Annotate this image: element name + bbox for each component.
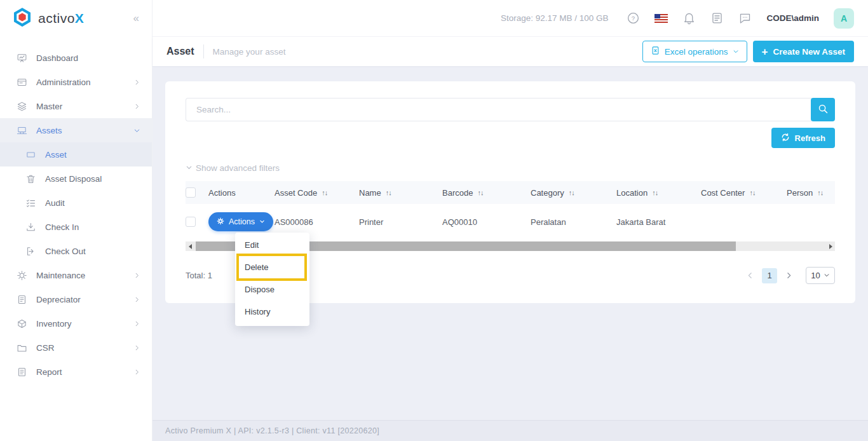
refresh-icon xyxy=(781,133,790,144)
sidebar-item-asset-disposal[interactable]: Asset Disposal xyxy=(0,166,152,191)
sidebar-item-assets[interactable]: Assets xyxy=(0,118,152,142)
chevron-right-icon xyxy=(133,103,140,110)
sidebar-item-label: Administration xyxy=(36,78,91,87)
advanced-filters-toggle[interactable]: Show advanced filters xyxy=(186,163,835,173)
sidebar-item-label: Asset Disposal xyxy=(45,174,102,184)
sidebar-item-master[interactable]: Master xyxy=(0,94,152,118)
excel-operations-button[interactable]: Excel operations xyxy=(642,41,747,62)
header-name[interactable]: Name↑↓ xyxy=(359,188,442,198)
total-count: Total: 1 xyxy=(186,271,212,280)
sidebar-item-inventory[interactable]: Inventory xyxy=(0,311,152,336)
avatar[interactable]: A xyxy=(834,8,854,29)
header-category[interactable]: Category↑↓ xyxy=(531,188,616,198)
sidebar-item-check-in[interactable]: Check In xyxy=(0,215,152,239)
next-page-icon[interactable] xyxy=(785,271,793,280)
search-button[interactable] xyxy=(811,98,835,121)
sidebar-item-csr[interactable]: CSR xyxy=(0,336,152,360)
sort-icon[interactable]: ↑↓ xyxy=(386,189,391,196)
user-name[interactable]: CODE\admin xyxy=(766,13,819,23)
cell-name: Printer xyxy=(359,217,442,227)
sidebar-collapse-icon[interactable]: « xyxy=(133,12,139,25)
menu-item-delete[interactable]: Delete xyxy=(235,256,309,278)
sidebar-item-maintenance[interactable]: Maintenance xyxy=(0,263,152,287)
administration-icon xyxy=(17,77,27,88)
refresh-row: Refresh xyxy=(186,128,835,148)
sort-icon[interactable]: ↑↓ xyxy=(652,189,658,196)
page-size-select[interactable]: 10 xyxy=(806,267,835,284)
chevron-right-icon xyxy=(133,344,140,351)
select-all-checkbox[interactable] xyxy=(186,187,196,198)
gear-icon xyxy=(17,270,27,281)
sort-icon[interactable]: ↑↓ xyxy=(477,189,483,196)
notification-bell-icon[interactable] xyxy=(682,11,696,25)
feedback-bubble-icon[interactable] xyxy=(738,11,752,25)
language-flag-icon[interactable] xyxy=(654,14,668,23)
menu-item-edit[interactable]: Edit xyxy=(235,234,309,256)
create-new-asset-label: Create New Asset xyxy=(773,47,845,57)
refresh-button[interactable]: Refresh xyxy=(771,128,835,148)
sidebar-item-administration[interactable]: Administration xyxy=(0,70,152,94)
sort-icon[interactable]: ↑↓ xyxy=(817,189,823,196)
menu-item-dispose[interactable]: Dispose xyxy=(235,278,309,301)
chevron-right-icon xyxy=(133,79,140,86)
help-icon[interactable]: ? xyxy=(627,11,640,25)
brand-name: activoX xyxy=(38,11,84,26)
search-input[interactable] xyxy=(186,98,812,121)
previous-page-icon[interactable] xyxy=(746,271,754,280)
gear-icon xyxy=(217,217,224,227)
footer-version-text: Activo Premium X | API: v2.1.5-r3 | Clie… xyxy=(165,426,379,435)
header-cost-center[interactable]: Cost Center↑↓ xyxy=(701,188,787,198)
row-actions-button[interactable]: Actions xyxy=(208,212,273,231)
header-asset-code[interactable]: Asset Code↑↓ xyxy=(275,188,359,198)
box-icon xyxy=(17,318,27,329)
chevron-right-icon xyxy=(133,296,140,303)
content-area: Refresh Show advanced filters Actions As… xyxy=(153,66,868,420)
scroll-right-arrow[interactable] xyxy=(827,241,835,251)
assets-icon xyxy=(17,125,27,136)
scroll-left-arrow[interactable] xyxy=(186,241,194,251)
chevron-down-icon xyxy=(186,163,193,173)
cell-category: Peralatan xyxy=(531,217,616,227)
header-location[interactable]: Location↑↓ xyxy=(616,188,701,198)
sidebar-item-label: Master xyxy=(36,102,62,111)
sidebar-item-depreciator[interactable]: Depreciator xyxy=(0,287,152,311)
header-barcode[interactable]: Barcode↑↓ xyxy=(442,188,531,198)
sidebar-item-dashboard[interactable]: Dashboard xyxy=(0,46,152,70)
create-new-asset-button[interactable]: + Create New Asset xyxy=(753,41,855,62)
storage-indicator: Storage: 92.17 MB / 100 GB xyxy=(501,13,609,23)
refresh-label: Refresh xyxy=(795,133,825,143)
brand-logo[interactable]: activoX xyxy=(11,6,84,31)
master-icon xyxy=(17,101,27,112)
sidebar: activoX « Dashboard Administration Maste… xyxy=(0,0,153,441)
folder-icon xyxy=(17,343,27,353)
chevron-down-icon xyxy=(824,271,830,280)
excel-operations-label: Excel operations xyxy=(665,47,728,57)
sidebar-item-audit[interactable]: Audit xyxy=(0,191,152,215)
sidebar-item-check-out[interactable]: Check Out xyxy=(0,239,152,263)
row-checkbox[interactable] xyxy=(186,217,196,227)
menu-item-history[interactable]: History xyxy=(235,301,309,323)
header-person[interactable]: Person↑↓ xyxy=(787,188,835,198)
row-actions-cell: Actions xyxy=(208,212,275,231)
sidebar-item-label: Check Out xyxy=(45,247,86,256)
sidebar-item-asset[interactable]: Asset xyxy=(0,142,152,166)
check-in-icon xyxy=(25,222,36,233)
actions-dropdown-menu: Edit Delete Dispose History xyxy=(235,233,309,326)
chevron-down-icon xyxy=(259,217,265,226)
pagination: 1 10 xyxy=(746,267,835,284)
changelog-icon[interactable] xyxy=(710,11,724,25)
sidebar-item-label: Assets xyxy=(36,126,62,135)
page-number[interactable]: 1 xyxy=(762,268,777,283)
sidebar-item-label: Depreciator xyxy=(36,295,81,304)
sort-icon[interactable]: ↑↓ xyxy=(569,189,574,196)
cell-location: Jakarta Barat xyxy=(616,217,701,227)
svg-text:?: ? xyxy=(632,15,635,22)
header-actions: Actions xyxy=(208,188,275,198)
page-header: Asset Manage your asset Excel operations… xyxy=(153,37,868,66)
app-root: activoX « Dashboard Administration Maste… xyxy=(0,0,868,441)
sort-icon[interactable]: ↑↓ xyxy=(749,189,755,196)
sort-icon[interactable]: ↑↓ xyxy=(322,189,327,196)
check-out-icon xyxy=(25,246,36,257)
sidebar-item-report[interactable]: Report xyxy=(0,360,152,384)
search-icon xyxy=(818,104,829,116)
